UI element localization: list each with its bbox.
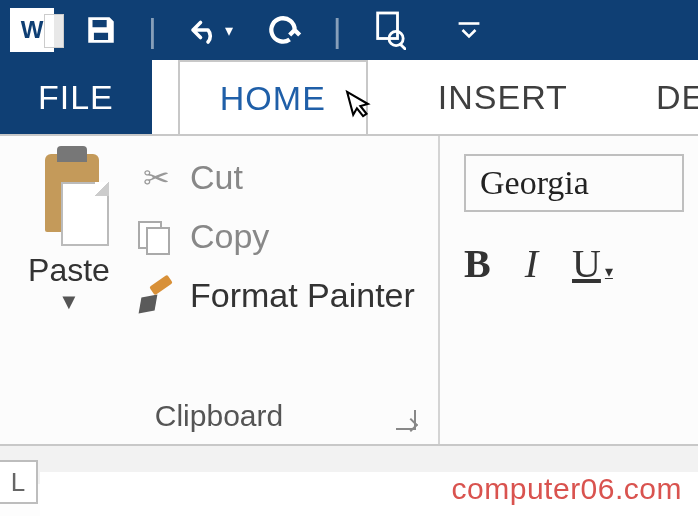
dialog-launcher-icon[interactable] [396, 410, 416, 430]
group-font: Georgia B I U ▾ [440, 136, 698, 444]
tab-design[interactable]: DES [622, 60, 698, 134]
chevron-down-icon[interactable]: ▾ [225, 21, 233, 40]
cut-button[interactable]: ✂ Cut [136, 158, 415, 197]
qat-separator: | [148, 11, 157, 50]
tab-insert[interactable]: INSERT [404, 60, 602, 134]
tab-selector-glyph: L [11, 467, 25, 498]
tab-file[interactable]: FILE [0, 60, 152, 134]
underline-label: U [572, 240, 601, 287]
bold-button[interactable]: B [464, 240, 491, 287]
watermark-text: computer06.com [452, 472, 682, 506]
cursor-icon [343, 83, 381, 131]
format-painter-label: Format Painter [190, 276, 415, 315]
tab-selector[interactable]: L [0, 460, 38, 504]
undo-button[interactable]: ▾ [187, 15, 233, 45]
word-app-icon: W [10, 8, 54, 52]
save-icon[interactable] [84, 13, 118, 47]
qat-separator-2: | [333, 11, 342, 50]
copy-label: Copy [190, 217, 269, 256]
tab-home[interactable]: HOME [178, 60, 368, 134]
group-label-clipboard: Clipboard [155, 399, 283, 433]
ribbon-tabs: FILE HOME INSERT DES [0, 60, 698, 134]
tab-home-label: HOME [220, 79, 326, 118]
paste-button[interactable]: Paste ▼ [14, 154, 124, 394]
copy-icon [136, 221, 176, 253]
qat-customize-icon[interactable] [456, 17, 482, 43]
svg-rect-0 [377, 13, 397, 39]
font-name-value: Georgia [480, 164, 589, 202]
italic-button[interactable]: I [525, 240, 538, 287]
copy-button[interactable]: Copy [136, 217, 415, 256]
word-app-letter: W [21, 16, 44, 44]
format-painter-button[interactable]: Format Painter [136, 276, 415, 315]
paste-icon [35, 154, 103, 246]
redo-button[interactable] [263, 10, 303, 50]
chevron-down-icon[interactable]: ▼ [58, 289, 80, 315]
cut-label: Cut [190, 158, 243, 197]
title-bar: W | ▾ | [0, 0, 698, 60]
svg-line-2 [400, 44, 406, 50]
print-preview-icon[interactable] [372, 10, 406, 50]
paste-label: Paste [28, 252, 110, 289]
scissors-icon: ✂ [136, 159, 176, 197]
brush-icon [136, 278, 176, 314]
ribbon: Paste ▼ ✂ Cut Copy Form [0, 134, 698, 444]
chevron-down-icon[interactable]: ▾ [605, 262, 613, 281]
group-clipboard: Paste ▼ ✂ Cut Copy Form [0, 136, 440, 444]
font-name-selector[interactable]: Georgia [464, 154, 684, 212]
underline-button[interactable]: U ▾ [572, 240, 613, 287]
